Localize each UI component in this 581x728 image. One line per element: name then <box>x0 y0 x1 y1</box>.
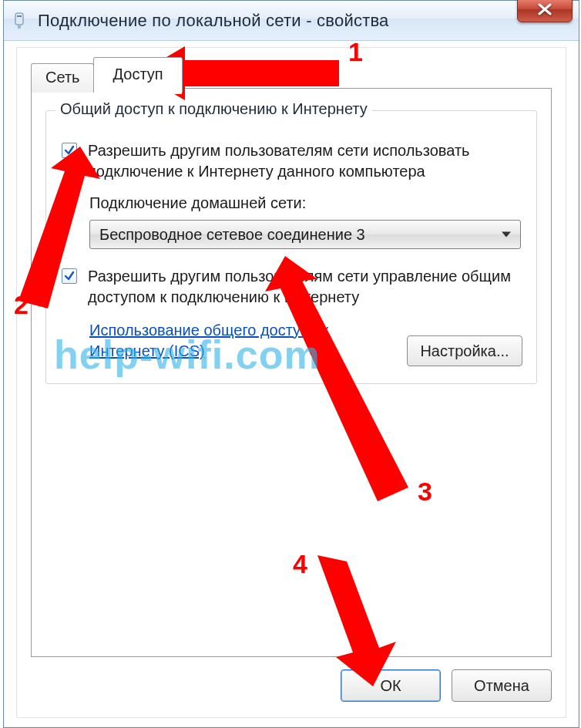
tab-label: Сеть <box>45 69 79 86</box>
settings-button[interactable]: Настройка... <box>407 335 522 366</box>
row-allow-control: Разрешить другим пользователям сети упра… <box>62 266 521 308</box>
label-home-connection: Подключение домашней сети: <box>89 194 521 212</box>
group-legend: Общий доступ к подключению к Интернету <box>55 100 372 118</box>
close-button[interactable] <box>517 0 573 22</box>
client-area: Сеть Доступ Общий доступ к подключению к… <box>16 47 566 718</box>
properties-dialog: Подключение по локальной сети - свойства… <box>3 0 579 728</box>
checkbox-allow-control[interactable] <box>62 268 77 284</box>
label-allow-share: Разрешить другим пользователям сети испо… <box>88 140 521 182</box>
tab-access[interactable]: Доступ <box>93 57 182 93</box>
svg-rect-0 <box>15 13 23 25</box>
tab-panel-access: Общий доступ к подключению к Интернету Р… <box>31 88 552 657</box>
svg-rect-2 <box>17 15 22 17</box>
ok-button[interactable]: ОК <box>341 669 441 702</box>
network-adapter-icon <box>12 11 27 31</box>
tab-network[interactable]: Сеть <box>31 63 94 93</box>
home-connection-block: Подключение домашней сети: Беспроводное … <box>89 194 521 249</box>
button-label: Отмена <box>474 677 529 694</box>
title-bar: Подключение по локальной сети - свойства <box>4 1 579 41</box>
group-internet-sharing: Общий доступ к подключению к Интернету Р… <box>45 110 537 384</box>
row-allow-share: Разрешить другим пользователям сети испо… <box>62 140 521 182</box>
window-title: Подключение по локальной сети - свойства <box>38 11 389 31</box>
tab-strip: Сеть Доступ <box>31 57 182 93</box>
button-label: Настройка... <box>420 342 509 359</box>
cancel-button[interactable]: Отмена <box>452 669 552 702</box>
combo-value: Беспроводное сетевое соединение 3 <box>99 226 365 244</box>
svg-rect-1 <box>18 25 21 29</box>
checkbox-allow-share[interactable] <box>62 143 77 158</box>
label-allow-control: Разрешить другим пользователям сети упра… <box>88 266 521 308</box>
tab-label: Доступ <box>113 66 163 83</box>
link-ics-help[interactable]: Использование общего доступа к Интернету… <box>89 320 367 362</box>
button-label: ОК <box>380 677 401 694</box>
dialog-button-row: ОК Отмена <box>341 669 552 702</box>
chevron-down-icon <box>502 232 511 238</box>
combo-home-connection[interactable]: Беспроводное сетевое соединение 3 <box>89 220 521 249</box>
